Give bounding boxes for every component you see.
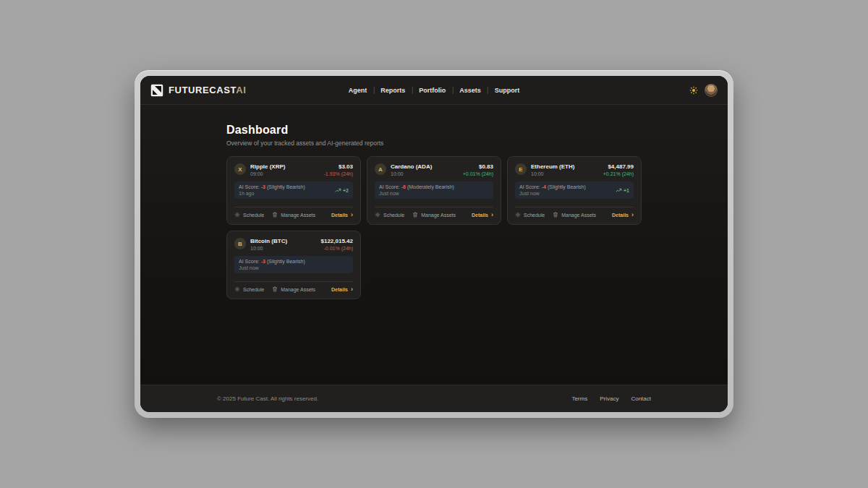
asset-icon: A: [375, 163, 386, 175]
brand-logo-icon: [150, 84, 163, 97]
asset-price: $3.03: [324, 163, 353, 170]
ai-score-box: AI Score: -4 (Slightly Bearish) Just now…: [515, 181, 634, 199]
footer-link-privacy[interactable]: Privacy: [600, 395, 618, 402]
asset-price: $4,487.99: [603, 163, 634, 170]
gear-icon: [234, 212, 240, 218]
trend-value: +1: [624, 188, 629, 193]
details-button[interactable]: Details ›: [331, 287, 353, 292]
ai-score-value: -3: [261, 184, 265, 189]
trend-badge: +1: [616, 187, 629, 194]
schedule-button[interactable]: Schedule: [515, 212, 545, 218]
asset-icon: E: [515, 163, 527, 175]
ai-updated: Just now: [379, 191, 454, 196]
card-actions: Schedule Manage Assets Details ›: [234, 207, 353, 218]
asset-card-bitcoin: B Bitcoin (BTC) 10:00 $122,015.42 -0.01%…: [226, 231, 361, 299]
page-subtitle: Overview of your tracked assets and AI-g…: [226, 140, 642, 147]
asset-change: +0.21% (24h): [603, 171, 634, 176]
trash-icon: [272, 212, 278, 218]
dashboard-main: Dashboard Overview of your tracked asset…: [140, 105, 728, 385]
ai-score-label: AI Score:: [239, 184, 260, 189]
card-header: B Bitcoin (BTC) 10:00 $122,015.42 -0.01%…: [234, 238, 353, 251]
details-button[interactable]: Details ›: [612, 213, 634, 218]
details-label: Details: [612, 213, 629, 218]
ai-score-box: AI Score: -3 (Slightly Bearish) Just now: [234, 256, 353, 273]
brand[interactable]: FUTURECASTAI: [150, 84, 246, 97]
ai-sentiment: (Slightly Bearish): [267, 259, 305, 264]
nav-item-support[interactable]: Support: [488, 87, 527, 94]
gear-icon: [234, 286, 240, 292]
card-header: X Ripple (XRP) 09:00 $3.03 -1.93% (24h): [234, 163, 353, 176]
nav-item-agent[interactable]: Agent: [342, 87, 374, 94]
schedule-button[interactable]: Schedule: [375, 212, 404, 218]
details-label: Details: [472, 213, 488, 218]
ai-score-value: -3: [261, 259, 265, 264]
footer-link-terms[interactable]: Terms: [571, 395, 587, 402]
ai-updated: 1h ago: [239, 191, 305, 196]
asset-name: Cardano (ADA): [391, 163, 432, 170]
schedule-label: Schedule: [524, 213, 545, 218]
asset-name: Ethereum (ETH): [531, 163, 574, 170]
brand-name: FUTURECAST: [169, 85, 236, 95]
trending-up-icon: [335, 187, 341, 194]
card-header: E Ethereum (ETH) 10:00 $4,487.99 +0.21% …: [515, 163, 634, 176]
asset-price: $0.83: [463, 163, 493, 170]
details-button[interactable]: Details ›: [472, 213, 493, 218]
chevron-right-icon: ›: [351, 287, 353, 292]
manage-assets-button[interactable]: Manage Assets: [412, 212, 456, 218]
nav-item-reports[interactable]: Reports: [374, 87, 412, 94]
manage-assets-label: Manage Assets: [421, 213, 456, 218]
asset-time: 10:00: [391, 171, 432, 176]
ai-score-label: AI Score:: [379, 184, 400, 189]
asset-card-ethereum: E Ethereum (ETH) 10:00 $4,487.99 +0.21% …: [507, 156, 642, 225]
card-actions: Schedule Manage Assets Details ›: [234, 281, 353, 292]
chevron-right-icon: ›: [351, 213, 353, 218]
nav-item-portfolio[interactable]: Portfolio: [412, 87, 452, 94]
ai-updated: Just now: [239, 265, 305, 270]
manage-assets-label: Manage Assets: [281, 287, 315, 292]
asset-card-cardano: A Cardano (ADA) 10:00 $0.83 +0.01% (24h): [367, 156, 501, 225]
app-header: FUTURECASTAI Agent Reports Portfolio Ass…: [140, 76, 728, 105]
footer-links: Terms Privacy Contact: [571, 395, 651, 402]
trash-icon: [412, 212, 418, 218]
brand-title: FUTURECASTAI: [169, 85, 246, 95]
manage-assets-label: Manage Assets: [281, 213, 315, 218]
brand-suffix: AI: [236, 85, 246, 95]
schedule-button[interactable]: Schedule: [234, 212, 264, 218]
ai-score-box: AI Score: -6 (Moderately Bearish) Just n…: [375, 181, 493, 199]
trash-icon: [272, 286, 278, 292]
ai-sentiment: (Slightly Bearish): [267, 184, 305, 189]
footer-link-contact[interactable]: Contact: [631, 395, 651, 402]
main-nav: Agent Reports Portfolio Assets Support: [342, 87, 527, 94]
ai-updated: Just now: [519, 191, 586, 196]
schedule-button[interactable]: Schedule: [234, 286, 264, 292]
nav-item-assets[interactable]: Assets: [453, 87, 488, 94]
ai-score-value: -6: [401, 184, 406, 189]
ai-sentiment: (Slightly Bearish): [548, 184, 586, 189]
manage-assets-button[interactable]: Manage Assets: [272, 212, 315, 218]
schedule-label: Schedule: [243, 213, 264, 218]
details-button[interactable]: Details ›: [331, 213, 353, 218]
asset-time: 09:00: [250, 171, 285, 176]
copyright: © 2025 Future Cast. All rights reserved.: [217, 395, 318, 402]
schedule-label: Schedule: [383, 213, 404, 218]
trash-icon: [553, 212, 558, 218]
theme-toggle-button[interactable]: [689, 86, 698, 95]
details-label: Details: [331, 213, 348, 218]
chevron-right-icon: ›: [631, 213, 634, 218]
page-title: Dashboard: [226, 124, 642, 137]
avatar[interactable]: [705, 84, 718, 97]
trending-up-icon: [616, 187, 622, 194]
asset-name: Ripple (XRP): [250, 163, 285, 170]
ai-sentiment: (Moderately Bearish): [407, 184, 454, 189]
card-actions: Schedule Manage Assets Details ›: [515, 207, 634, 218]
chevron-right-icon: ›: [491, 213, 493, 218]
manage-assets-button[interactable]: Manage Assets: [553, 212, 596, 218]
asset-change: -0.01% (24h): [321, 246, 354, 251]
gear-icon: [375, 212, 380, 218]
ai-score-label: AI Score:: [239, 259, 260, 264]
manage-assets-button[interactable]: Manage Assets: [272, 286, 315, 292]
asset-icon: X: [234, 163, 246, 175]
desktop-background: FUTURECASTAI Agent Reports Portfolio Ass…: [0, 0, 868, 488]
asset-name: Bitcoin (BTC): [250, 238, 287, 244]
card-header: A Cardano (ADA) 10:00 $0.83 +0.01% (24h): [375, 163, 493, 176]
